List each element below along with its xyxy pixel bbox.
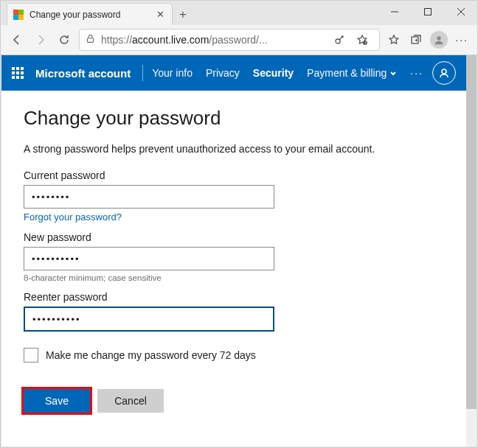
page-title: Change your password [24,107,444,130]
favorite-add-icon[interactable] [351,34,373,46]
forward-button[interactable] [29,28,52,52]
periodic-change-label: Make me change my password every 72 days [46,349,256,361]
header-divider [142,65,143,81]
main-content: Change your password A strong password h… [1,91,466,429]
window-minimize-button[interactable] [378,1,411,23]
reenter-password-label: Reenter password [24,291,444,303]
current-password-label: Current password [24,169,444,181]
svg-rect-4 [87,38,93,43]
nav-more[interactable]: ··· [410,67,423,79]
current-password-input[interactable]: •••••••• [24,185,274,209]
new-tab-button[interactable]: + [173,4,193,25]
periodic-change-checkbox[interactable] [24,348,38,363]
url-text: https://account.live.com/password/... [101,34,329,46]
more-menu-button[interactable]: ··· [451,34,473,46]
ms-account-header: Microsoft account Your info Privacy Secu… [1,55,466,91]
browser-window: Change your password ✕ + https://account… [0,0,478,448]
password-key-icon[interactable] [329,34,351,46]
tab-close-icon[interactable]: ✕ [155,9,166,20]
nav-payment[interactable]: Payment & billing [307,67,397,79]
account-avatar[interactable] [432,61,456,85]
scrollbar-thumb[interactable] [466,55,477,409]
back-button[interactable] [5,28,29,52]
window-controls [378,1,477,23]
nav-your-info[interactable]: Your info [152,67,193,79]
browser-tab[interactable]: Change your password ✕ [7,3,173,25]
window-close-button[interactable] [444,1,477,23]
reenter-password-input[interactable]: •••••••••• [24,307,274,332]
titlebar: Change your password ✕ + [1,1,477,25]
brand-label[interactable]: Microsoft account [35,67,131,80]
svg-point-8 [437,36,441,40]
address-bar: https://account.live.com/password/... ··… [1,25,477,55]
svg-rect-1 [424,9,431,15]
scrollbar[interactable] [466,55,477,447]
new-password-label: New password [24,231,444,243]
tab-title: Change your password [30,10,155,20]
app-launcher-icon[interactable] [12,67,24,79]
refresh-button[interactable] [52,28,76,52]
cancel-button[interactable]: Cancel [97,389,164,413]
forgot-password-link[interactable]: Forgot your password? [24,211,122,223]
page-subtitle: A strong password helps prevent unauthor… [24,143,444,155]
url-box[interactable]: https://account.live.com/password/... [79,29,380,51]
window-maximize-button[interactable] [411,1,444,23]
nav-security[interactable]: Security [253,67,294,79]
new-password-input[interactable]: •••••••••• [24,247,274,270]
favorites-icon[interactable] [383,34,405,46]
nav-privacy[interactable]: Privacy [206,67,240,79]
microsoft-favicon [13,10,24,20]
profile-avatar[interactable] [430,31,448,49]
password-hint: 8-character minimum; case sensitive [24,273,444,282]
lock-icon [86,34,95,46]
chevron-down-icon [389,70,397,77]
collections-icon[interactable] [405,34,427,46]
save-button[interactable]: Save [24,389,90,413]
svg-point-9 [442,69,446,74]
